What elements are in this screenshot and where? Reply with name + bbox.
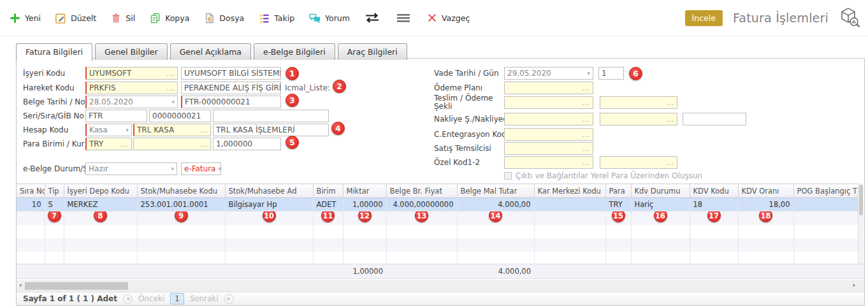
hesap-kodu-field[interactable]: TRL KASA ... [133, 124, 211, 136]
tab-arac-bilgileri[interactable]: Araç Bilgileri [338, 43, 407, 60]
cell-tutar[interactable]: 4.000,00 [457, 198, 534, 211]
isyeri-adi-field[interactable]: UYUMSOFT BİLGİ SİSTEMLERİ [181, 67, 281, 80]
entegrasyon-kodu-field[interactable]: ... [504, 128, 593, 141]
menu-button[interactable] [396, 12, 411, 24]
tab-genel-aciklama[interactable]: Genel Açıklama [170, 43, 251, 60]
vade-gun-field[interactable]: 1 [598, 67, 624, 80]
cell-kdv-orani[interactable]: 18,00 [738, 198, 793, 211]
odeme-plani-lookup-icon[interactable]: ... [579, 85, 590, 92]
para-birimi-field[interactable]: TRY ... [85, 138, 132, 150]
hareket-kodu-lookup-icon[interactable]: ... [164, 85, 175, 92]
seri-field[interactable]: FTR [85, 110, 147, 122]
kur-field[interactable]: 1,000000 [213, 138, 281, 150]
teslim-sekli-lookup-icon[interactable]: ... [579, 99, 590, 106]
tab-genel-bilgiler[interactable]: Genel Bilgiler [95, 43, 168, 60]
entegrasyon-kodu-lookup-icon[interactable]: ... [579, 131, 590, 138]
para-kodu-field[interactable]: ... [133, 138, 211, 150]
isyeri-kodu-lookup-icon[interactable]: ... [164, 70, 175, 77]
odeme-sekli-lookup-icon[interactable]: ... [663, 99, 674, 106]
grid-horizontal-scrollbar[interactable]: ‹ › [17, 280, 864, 292]
new-button[interactable]: Yeni [9, 12, 41, 24]
e-belge-sekli-field[interactable]: e-Fatura ▾ [181, 162, 221, 175]
ozel-kod2-lookup-icon[interactable]: ... [663, 159, 674, 166]
tab-e-belge-bilgileri[interactable]: e-Belge Bilgileri [254, 43, 335, 60]
yerel-para-checkbox[interactable] [504, 172, 512, 180]
previous-page-icon[interactable]: ◀ [123, 294, 133, 304]
col-header-kar-merkezi-kodu[interactable]: Kar Merkezi Kodu [534, 184, 605, 198]
nakliyeci-lookup-icon[interactable]: ... [663, 116, 674, 123]
e-belge-durum-dropdown-icon[interactable]: ▾ [168, 166, 174, 172]
cell-tip[interactable]: S [45, 198, 64, 211]
odeme-plani-field[interactable]: ... [504, 82, 593, 94]
col-header-kdv-orani[interactable]: KDV Oranı [738, 184, 793, 198]
para-kodu-lookup-icon[interactable]: ... [197, 141, 208, 148]
vade-tarihi-dropdown-icon[interactable]: ▾ [584, 70, 590, 76]
col-header-pog-baslangic[interactable]: POG Başlangıç T [793, 184, 858, 198]
edit-button[interactable]: Düzelt [55, 12, 96, 24]
cube-analyze-icon[interactable] [839, 7, 860, 29]
next-page-button[interactable]: Sonraki [190, 294, 219, 303]
cell-depo[interactable]: MERKEZ [64, 198, 137, 211]
delete-button[interactable]: Sil [110, 12, 135, 24]
col-header-isyeri-depo-kodu[interactable]: İşyeri Depo Kodu [64, 184, 137, 198]
para-birimi-lookup-icon[interactable]: ... [118, 141, 129, 148]
hesap-tipi-dropdown-icon[interactable]: ▾ [123, 127, 129, 133]
sira-field[interactable]: 0000000021 [149, 110, 211, 122]
follow-button[interactable]: Takip [258, 12, 294, 24]
belge-tarihi-field[interactable]: 28.05.2020 ▾ [85, 96, 178, 108]
cell-stok-kodu[interactable]: 253.001.001.0001 [137, 198, 225, 211]
col-header-stok-muhasebe-ad[interactable]: Stok/Muhasebe Ad [225, 184, 313, 198]
satis-temsilcisi-field[interactable]: ... [504, 142, 593, 155]
current-page-number[interactable]: 1 [170, 293, 184, 304]
col-header-birim[interactable]: Birim [313, 184, 343, 198]
col-header-kdv-kodu[interactable]: KDV Kodu [690, 184, 738, 198]
e-belge-sekli-dropdown-icon[interactable]: ▾ [215, 166, 221, 172]
nakliye-no-field[interactable] [683, 113, 746, 125]
hareket-adi-field[interactable]: PERAKENDE ALIŞ FİŞ GİRİŞİ [181, 82, 281, 94]
comment-button[interactable]: Yorum [308, 12, 350, 24]
hesap-kodu-lookup-icon[interactable]: ... [197, 127, 208, 134]
col-header-tip[interactable]: Tip [45, 184, 64, 198]
cell-para[interactable]: TRY [605, 198, 631, 211]
col-header-belge-br-fiyat[interactable]: Belge Br. Fiyat [386, 184, 457, 198]
ozel-kod1-lookup-icon[interactable]: ... [579, 159, 590, 166]
nakliye-sekli-lookup-icon[interactable]: ... [579, 116, 590, 123]
invoice-line-row-selected[interactable]: 10 S MERKEZ 253.001.001.0001 Bilgisayar … [17, 198, 858, 211]
gib-no-field[interactable] [213, 110, 329, 122]
nakliye-sekli-field[interactable]: ... [504, 113, 593, 125]
teslim-sekli-field[interactable]: ... [504, 96, 593, 109]
satis-temsilcisi-lookup-icon[interactable]: ... [579, 145, 590, 152]
e-belge-durum-field[interactable]: Hazır ▾ [85, 162, 177, 175]
copy-button[interactable]: Kopya [149, 12, 189, 24]
hesap-adi-field[interactable]: TRL KASA İŞLEMLERİ [213, 124, 329, 136]
hareket-kodu-field[interactable]: PRKFIS ... [85, 82, 178, 94]
cell-miktar[interactable]: 1,00000 [343, 198, 386, 211]
tab-fatura-bilgileri[interactable]: Fatura Bilgileri [16, 43, 92, 61]
hesap-tipi-field[interactable]: Kasa ▾ [85, 124, 132, 136]
isyeri-kodu-field[interactable]: UYUMSOFT ... [85, 67, 178, 80]
belge-tarihi-dropdown-icon[interactable]: ▾ [169, 99, 175, 105]
cell-sira-no[interactable]: 10 [17, 198, 45, 211]
incele-button[interactable]: İncele [685, 10, 723, 26]
ozel-kod2-field[interactable]: ... [600, 156, 677, 169]
col-header-para[interactable]: Para [605, 184, 631, 198]
odeme-sekli-field[interactable]: ... [600, 96, 677, 109]
cell-kdv-kodu[interactable]: 18 [690, 198, 738, 211]
col-header-stok-muhasebe-kodu[interactable]: Stok/Muhasebe Kodu [137, 184, 225, 198]
cell-kar-merkezi[interactable] [534, 198, 605, 211]
vade-tarihi-field[interactable]: 29.05.2020 ▾ [504, 67, 593, 80]
belge-no-field[interactable]: FTR-0000000021 [181, 96, 281, 108]
cell-fiyat[interactable]: 4.000,00000000 [386, 198, 457, 211]
cancel-button[interactable]: Vazgeç [426, 12, 470, 24]
cell-kdv-durumu[interactable]: Hariç [631, 198, 690, 211]
col-header-miktar[interactable]: Miktar [343, 184, 386, 198]
cell-pog[interactable] [793, 198, 858, 211]
col-header-kdv-durumu[interactable]: Kdv Durumu [631, 184, 690, 198]
ozel-kod1-field[interactable]: ... [504, 156, 593, 169]
col-header-sira-no[interactable]: Sıra No [17, 184, 45, 198]
cell-stok-ad[interactable]: Bilgisayar Hp [225, 198, 313, 211]
previous-page-button[interactable]: Önceki [138, 294, 164, 303]
scroll-left-icon[interactable]: ‹ [19, 281, 22, 289]
grid-horizontal-scrollbar-thumb[interactable] [25, 282, 128, 290]
next-page-icon[interactable]: ▶ [224, 294, 234, 304]
